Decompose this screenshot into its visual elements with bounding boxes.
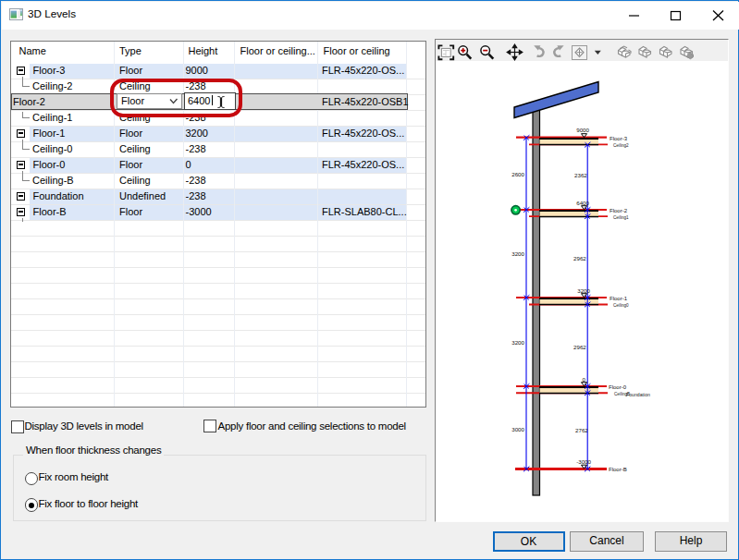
svg-text:3200: 3200	[511, 339, 524, 346]
svg-text:Ceiling0: Ceiling0	[613, 303, 629, 308]
svg-text:6400: 6400	[576, 200, 589, 206]
svg-text:Foundation: Foundation	[626, 392, 650, 397]
svg-text:Floor-2: Floor-2	[610, 208, 628, 213]
svg-text:2362: 2362	[574, 172, 587, 178]
svg-text:2600: 2600	[511, 171, 524, 177]
svg-text:0: 0	[583, 376, 586, 383]
svg-text:2762: 2762	[575, 427, 588, 433]
svg-text:3000: 3000	[511, 426, 524, 432]
svg-text:3200: 3200	[511, 250, 524, 257]
svg-text:Floor-0: Floor-0	[609, 384, 627, 390]
svg-text:9000: 9000	[576, 127, 589, 133]
svg-text:-3000: -3000	[576, 458, 591, 465]
svg-text:Ceiling1: Ceiling1	[613, 215, 629, 220]
svg-text:Floor-1: Floor-1	[610, 296, 628, 301]
svg-text:3200: 3200	[577, 287, 590, 294]
svg-text:2962: 2962	[573, 344, 586, 350]
svg-text:Floor-B: Floor-B	[609, 467, 627, 472]
svg-text:Floor-3: Floor-3	[610, 136, 628, 141]
svg-text:Ceiling2: Ceiling2	[613, 143, 629, 148]
svg-text:2962: 2962	[573, 255, 586, 262]
